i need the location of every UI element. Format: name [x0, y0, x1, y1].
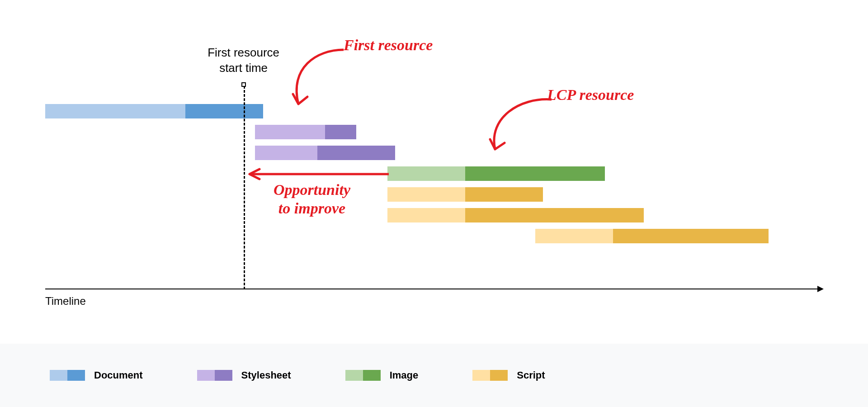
axis-arrowhead-icon	[817, 286, 824, 292]
timeline-axis	[45, 289, 823, 289]
legend-label: Image	[390, 369, 419, 381]
waterfall-chart	[45, 36, 823, 289]
legend-item: Script	[472, 369, 545, 381]
annotation-opportunity: Opportunityto improve	[253, 181, 371, 218]
waterfall-bar-document	[45, 104, 263, 118]
legend-swatch-icon	[472, 370, 508, 381]
annotation-first-resource: First resource	[344, 36, 433, 55]
legend-swatch-icon	[345, 370, 381, 381]
marker-dashed-line	[244, 86, 245, 289]
legend-label: Document	[94, 369, 143, 381]
waterfall-bar-script	[535, 229, 769, 243]
waterfall-bar-image	[387, 166, 605, 181]
arrow-opportunity-icon	[244, 167, 393, 181]
legend-label: Stylesheet	[241, 369, 291, 381]
legend-item: Stylesheet	[197, 369, 291, 381]
legend: DocumentStylesheetImageScript	[0, 344, 868, 407]
waterfall-bar-script	[387, 187, 543, 202]
legend-swatch-icon	[50, 370, 85, 381]
legend-label: Script	[517, 369, 545, 381]
legend-item: Image	[345, 369, 419, 381]
arrow-lcp-resource-icon	[470, 95, 561, 163]
waterfall-bar-script	[387, 208, 644, 222]
legend-item: Document	[50, 369, 143, 381]
waterfall-bar-stylesheet	[255, 146, 395, 160]
axis-label: Timeline	[45, 295, 86, 308]
legend-swatch-icon	[197, 370, 232, 381]
arrow-first-resource-icon	[271, 45, 353, 118]
waterfall-bar-stylesheet	[255, 125, 356, 139]
